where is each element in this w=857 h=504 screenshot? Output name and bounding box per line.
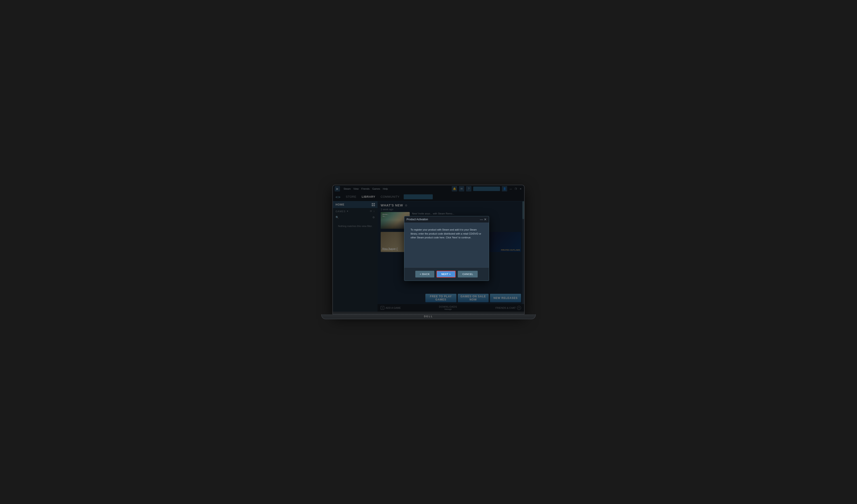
modal-close-btn[interactable]: ✕ xyxy=(484,218,487,221)
product-activation-modal: Product Activation — ✕ To register your … xyxy=(404,216,489,281)
modal-title-bar: Product Activation — ✕ xyxy=(404,216,489,223)
modal-overlay: Product Activation — ✕ To register your … xyxy=(333,185,524,312)
back-button[interactable]: < BACK xyxy=(415,271,434,277)
modal-controls: — ✕ xyxy=(480,218,487,221)
cancel-button[interactable]: CANCEL xyxy=(458,271,478,277)
modal-footer: < BACK NEXT > CANCEL xyxy=(404,267,489,281)
next-button[interactable]: NEXT > xyxy=(437,271,456,277)
laptop-base xyxy=(321,314,536,319)
modal-minimize-btn[interactable]: — xyxy=(480,218,483,221)
modal-title-text: Product Activation xyxy=(407,218,428,221)
modal-description-text: To register your product with Steam and … xyxy=(410,228,483,240)
modal-spacer xyxy=(410,240,483,262)
modal-body: To register your product with Steam and … xyxy=(404,223,489,267)
